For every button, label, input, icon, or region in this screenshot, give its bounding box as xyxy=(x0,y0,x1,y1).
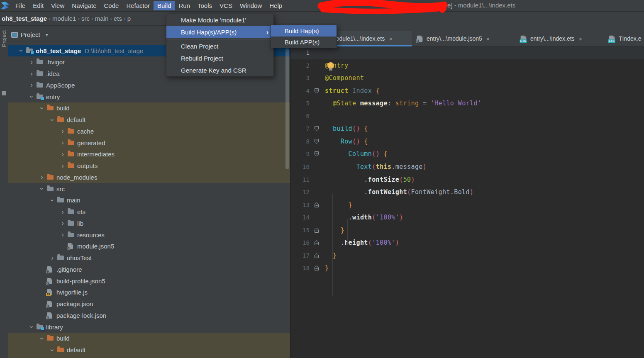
close-icon[interactable]: × xyxy=(486,35,490,42)
fold-end-icon[interactable] xyxy=(314,265,319,271)
tree-row-default[interactable]: ›default xyxy=(8,114,290,126)
menu-item-build-hap-s-app-s-[interactable]: Build Hap(s)/APP(s)› xyxy=(166,26,273,38)
tree-row-intermediates[interactable]: ›intermediates xyxy=(8,149,290,160)
tree-row-build[interactable]: ›build xyxy=(8,102,290,114)
fold-end-icon[interactable] xyxy=(314,253,319,258)
chevron-collapsed-icon[interactable]: › xyxy=(58,163,68,169)
tree-row-AppScope[interactable]: ›AppScope xyxy=(8,79,290,91)
fold-open-icon[interactable] xyxy=(314,151,319,157)
menu-item-label: Rebuild Project xyxy=(181,55,223,62)
fold-end-icon[interactable] xyxy=(314,240,319,246)
json5-file-icon: {} xyxy=(47,313,54,318)
menu-view[interactable]: View xyxy=(47,1,68,10)
tree-row-main[interactable]: ›main xyxy=(8,195,290,206)
chevron-down-icon[interactable]: ▾ xyxy=(46,32,48,38)
chevron-collapsed-icon[interactable]: › xyxy=(58,151,68,157)
fold-open-icon[interactable] xyxy=(314,126,319,132)
project-panel-header[interactable]: Project ▾ xyxy=(11,31,48,38)
project-stripe-button[interactable]: Project xyxy=(1,30,7,47)
editor-tab-2[interactable]: {}entry\...\module.json5× xyxy=(413,31,517,46)
chevron-collapsed-icon[interactable]: › xyxy=(27,71,37,77)
menu-item-make-module-module1-[interactable]: Make Module 'module1' xyxy=(166,14,273,26)
tree-row-build-profile.json5[interactable]: ›{}build-profile.json5 xyxy=(8,275,290,287)
tree-row-node_modules[interactable]: ›node_modules xyxy=(8,171,290,183)
chevron-expanded-icon[interactable]: › xyxy=(39,334,45,343)
tree-row-ets[interactable]: ›ets xyxy=(8,206,290,218)
menu-file[interactable]: File xyxy=(12,1,29,10)
fold-end-icon[interactable] xyxy=(314,202,319,208)
chevron-expanded-icon[interactable]: › xyxy=(18,46,24,56)
menu-window[interactable]: Window xyxy=(236,1,266,10)
current-line-highlight xyxy=(290,46,644,59)
tree-row-partial[interactable]: › xyxy=(8,356,290,358)
editor-tab-4[interactable]: ETSTIndex.e xyxy=(605,31,644,46)
intention-bulb-icon[interactable] xyxy=(327,62,334,69)
chevron-collapsed-icon[interactable]: › xyxy=(37,174,47,180)
code-editor[interactable]: 123456789101112131415161718 @Entry@Compo… xyxy=(290,46,644,358)
chevron-collapsed-icon[interactable]: › xyxy=(58,209,68,215)
chevron-expanded-icon[interactable]: › xyxy=(39,103,45,113)
tree-row-hvigorfile.js[interactable]: ›JShvigorfile.js xyxy=(8,287,290,298)
submenu-item-build-hap-s-[interactable]: Build Hap(s) xyxy=(271,25,337,37)
tree-row-resources[interactable]: ›resources xyxy=(8,229,290,241)
fold-open-icon[interactable] xyxy=(314,88,319,94)
menu-build[interactable]: Build xyxy=(154,1,175,10)
menu-vcs[interactable]: VCS xyxy=(216,1,236,10)
editor-tab-1[interactable]: module1\...\index.ets× xyxy=(327,31,412,46)
close-icon[interactable]: × xyxy=(389,35,393,42)
module-folder-icon xyxy=(37,95,43,99)
tree-row-package.json[interactable]: ›{}package.json xyxy=(8,298,290,310)
chevron-collapsed-icon[interactable]: › xyxy=(58,232,68,238)
menu-navigate[interactable]: Navigate xyxy=(68,1,100,10)
chevron-collapsed-icon[interactable]: › xyxy=(27,82,37,88)
tree-row-cache[interactable]: ›cache xyxy=(8,125,290,137)
tree-row-build[interactable]: ›build xyxy=(8,333,290,344)
tree-row-src[interactable]: ›src xyxy=(8,183,290,195)
chevron-expanded-icon[interactable]: › xyxy=(39,184,45,194)
chevron-expanded-icon[interactable]: › xyxy=(29,322,34,332)
close-icon[interactable]: × xyxy=(579,35,583,42)
ets-icon: ETS xyxy=(521,35,527,42)
breadcrumb-item-p[interactable]: p xyxy=(126,15,132,22)
breadcrumb-item-module1[interactable]: module1 xyxy=(51,15,78,22)
tree-row-outputs[interactable]: ›outputs xyxy=(8,160,290,172)
chevron-expanded-icon[interactable]: › xyxy=(29,92,34,102)
tree-row-module.json5[interactable]: ›{}module.json5 xyxy=(8,241,290,252)
menu-item-generate-key-and-csr[interactable]: Generate Key and CSR xyxy=(166,64,273,76)
tree-row-ohosTest[interactable]: ›ohosTest xyxy=(8,252,290,264)
fold-end-icon[interactable] xyxy=(314,227,319,233)
breadcrumb-item-ets[interactable]: ets xyxy=(112,15,124,22)
breadcrumb-item-src[interactable]: src xyxy=(80,15,91,22)
tool-stripe-icon[interactable] xyxy=(2,91,6,95)
fold-open-icon[interactable] xyxy=(314,139,319,144)
menu-tools[interactable]: Tools xyxy=(194,1,216,10)
chevron-expanded-icon[interactable]: › xyxy=(49,195,55,205)
tree-row-lib[interactable]: ›lib xyxy=(8,217,290,229)
menu-item-rebuild-project[interactable]: Rebuild Project xyxy=(166,52,273,64)
menu-help[interactable]: Help xyxy=(266,1,286,10)
breadcrumb-item-main[interactable]: main xyxy=(93,15,110,22)
chevron-collapsed-icon[interactable]: › xyxy=(27,59,37,65)
chevron-expanded-icon[interactable]: › xyxy=(49,115,55,125)
menu-refactor[interactable]: Refactor xyxy=(122,1,154,10)
menu-edit[interactable]: Edit xyxy=(29,1,47,10)
tree-row-package-lock.json[interactable]: ›{}package-lock.json xyxy=(8,309,290,321)
menu-item-clean-project[interactable]: Clean Project xyxy=(166,40,273,52)
project-scrollbar[interactable] xyxy=(285,49,289,169)
tree-row-.gitignore[interactable]: ›⊘.gitignore xyxy=(8,263,290,275)
editor-tab-3[interactable]: ETSentry\...\index.ets× xyxy=(517,31,605,46)
menu-run[interactable]: Run xyxy=(175,1,194,10)
chevron-collapsed-icon[interactable]: › xyxy=(58,140,68,146)
menu-code[interactable]: Code xyxy=(100,1,123,10)
chevron-collapsed-icon[interactable]: › xyxy=(58,220,68,226)
tree-row-entry[interactable]: ›entry xyxy=(8,91,290,102)
folder-icon xyxy=(68,209,74,214)
tree-row-default[interactable]: ›default xyxy=(8,344,290,356)
tree-row-library[interactable]: ›library xyxy=(8,321,290,333)
chevron-collapsed-icon[interactable]: › xyxy=(58,128,68,134)
breadcrumb-item-oh8_test_stage[interactable]: oh8_test_stage xyxy=(0,15,49,22)
tree-row-generated[interactable]: ›generated xyxy=(8,137,290,149)
chevron-expanded-icon[interactable]: › xyxy=(49,345,55,355)
chevron-collapsed-icon[interactable]: › xyxy=(47,255,57,261)
submenu-item-build-app-s-[interactable]: Build APP(s) xyxy=(271,37,337,48)
